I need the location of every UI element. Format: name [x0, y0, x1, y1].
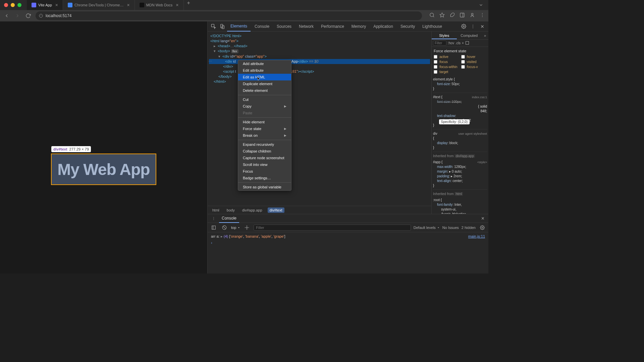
inspect-element-icon[interactable]: [210, 22, 218, 31]
ctx-item[interactable]: Edit as HTML: [238, 74, 291, 80]
ctx-item[interactable]: Delete element: [238, 87, 291, 94]
issues-count[interactable]: No Issues: [442, 226, 459, 230]
console-output[interactable]: arr a: ▸ (4) ['orange', 'banana', 'apple…: [208, 232, 488, 274]
hov-toggle[interactable]: :hov: [448, 41, 454, 45]
force-focus-visible[interactable]: :focus-v: [461, 65, 487, 69]
console-filter-input[interactable]: [254, 225, 411, 231]
styles-filter-input[interactable]: [433, 41, 446, 46]
clear-console-icon[interactable]: [220, 224, 228, 232]
close-devtools-icon[interactable]: [478, 22, 486, 31]
force-visited[interactable]: :visited: [461, 60, 487, 64]
side-panel-icon[interactable]: [460, 12, 465, 19]
ctx-item[interactable]: Badge settings…: [238, 175, 291, 181]
dom-node[interactable]: <!DOCTYPE html>: [209, 34, 430, 39]
ctx-item[interactable]: Focus: [238, 168, 291, 175]
new-style-icon[interactable]: +: [462, 41, 464, 45]
computed-toggle-icon[interactable]: [465, 41, 469, 46]
close-window-button[interactable]: [4, 3, 8, 7]
ctx-item[interactable]: Force state▶: [238, 125, 291, 132]
ctx-item[interactable]: Expand recursively: [238, 141, 291, 148]
reload-button[interactable]: [25, 12, 32, 19]
tab-sources[interactable]: Sources: [273, 21, 295, 32]
maximize-window-button[interactable]: [17, 3, 21, 7]
dom-node[interactable]: ▸<head>…</head>: [209, 44, 430, 49]
favicon-icon: [68, 3, 72, 7]
site-info-icon[interactable]: [39, 14, 43, 18]
crumb-body[interactable]: body: [225, 207, 237, 213]
ctx-item[interactable]: Scroll into view: [238, 161, 291, 168]
menu-icon[interactable]: [480, 12, 485, 19]
close-tab-icon[interactable]: ×: [127, 2, 129, 8]
tab-console[interactable]: Console: [251, 21, 273, 32]
device-toggle-icon[interactable]: [218, 22, 226, 31]
more-icon[interactable]: [469, 22, 477, 31]
dom-node[interactable]: ▾<body>flex: [209, 49, 430, 54]
tab-performance[interactable]: Performance: [318, 21, 347, 32]
forward-button[interactable]: [14, 12, 21, 19]
crumb-text[interactable]: div#text: [268, 207, 284, 213]
ctx-item[interactable]: Copy▶: [238, 103, 291, 110]
console-prompt[interactable]: ›: [211, 241, 485, 245]
ctx-item[interactable]: Store as global variable: [238, 184, 291, 190]
ctx-item[interactable]: Duplicate element: [238, 80, 291, 87]
log-levels-select[interactable]: Default levels: [414, 226, 440, 230]
styles-tab-styles[interactable]: Styles: [432, 32, 457, 39]
close-drawer-icon[interactable]: ×: [479, 216, 486, 222]
style-rules[interactable]: element.style { font-size: 50px; } #text…: [432, 76, 488, 214]
extensions-icon[interactable]: [449, 12, 455, 19]
ctx-item[interactable]: Break on▶: [238, 132, 291, 139]
tab-security[interactable]: Security: [397, 21, 418, 32]
ctx-item[interactable]: Add attribute: [238, 60, 291, 67]
highlighted-element[interactable]: My Web App: [51, 154, 156, 185]
ctx-item[interactable]: Capture node screenshot: [238, 155, 291, 161]
zoom-icon[interactable]: [429, 12, 435, 19]
force-target[interactable]: :target: [434, 70, 459, 74]
tab-mdn[interactable]: MDN Web Docs ×: [135, 0, 184, 10]
more-tabs-icon[interactable]: »: [482, 32, 488, 39]
close-tab-icon[interactable]: ×: [176, 2, 178, 8]
console-sidebar-icon[interactable]: [210, 224, 218, 232]
force-state-section: Force element state :active :hover :focu…: [432, 47, 488, 76]
tab-lighthouse[interactable]: Lighthouse: [419, 21, 445, 32]
tab-memory[interactable]: Memory: [348, 21, 369, 32]
tooltip-selector: div#text: [53, 147, 67, 151]
bookmark-icon[interactable]: [439, 12, 445, 19]
live-expression-icon[interactable]: [243, 224, 251, 232]
tab-dropdown-icon[interactable]: [478, 2, 484, 8]
tab-elements[interactable]: Elements: [227, 21, 251, 32]
console-settings-icon[interactable]: [478, 224, 486, 232]
tab-application[interactable]: Application: [370, 21, 396, 32]
ctx-item[interactable]: Edit attribute: [238, 67, 291, 74]
new-tab-button[interactable]: +: [184, 0, 194, 10]
settings-icon[interactable]: [460, 22, 468, 31]
svg-point-17: [473, 26, 473, 27]
ctx-item[interactable]: Hide element: [238, 119, 291, 125]
force-active[interactable]: :active: [434, 55, 459, 59]
back-button[interactable]: [3, 12, 10, 19]
crumb-html[interactable]: html: [210, 207, 221, 213]
styles-tab-computed[interactable]: Computed: [457, 32, 482, 39]
profile-icon[interactable]: [470, 12, 475, 19]
dom-node[interactable]: <html lang="en">: [209, 39, 430, 44]
log-entry[interactable]: arr a: ▸ (4) ['orange', 'banana', 'apple…: [211, 234, 485, 239]
force-focus-within[interactable]: :focus-within: [434, 65, 459, 69]
force-focus[interactable]: :focus: [434, 60, 459, 64]
url-input[interactable]: localhost:5174: [36, 11, 422, 20]
tab-network[interactable]: Network: [296, 21, 317, 32]
tab-vite-app[interactable]: Vite App ×: [27, 0, 63, 10]
force-hover[interactable]: :hover: [461, 55, 487, 59]
dom-node[interactable]: ▾<div id="app" class="app">: [209, 54, 430, 59]
ctx-item[interactable]: Collapse children: [238, 148, 291, 155]
close-tab-icon[interactable]: ×: [55, 2, 58, 8]
page-viewport[interactable]: div#text 277.29 × 79 My Web App: [0, 21, 207, 274]
log-source-link[interactable]: main.js:11: [468, 234, 485, 239]
tab-devtools-docs[interactable]: Chrome DevTools | Chrome… ×: [63, 0, 135, 10]
hidden-count[interactable]: 2 hidden: [462, 226, 476, 230]
console-drawer-tab[interactable]: Console: [219, 214, 239, 223]
cls-toggle[interactable]: .cls: [455, 41, 461, 45]
minimize-window-button[interactable]: [11, 3, 15, 7]
context-select[interactable]: top: [231, 226, 240, 230]
ctx-item[interactable]: Cut: [238, 96, 291, 103]
crumb-app[interactable]: div#app.app: [240, 207, 264, 213]
drawer-menu-icon[interactable]: [210, 215, 218, 223]
